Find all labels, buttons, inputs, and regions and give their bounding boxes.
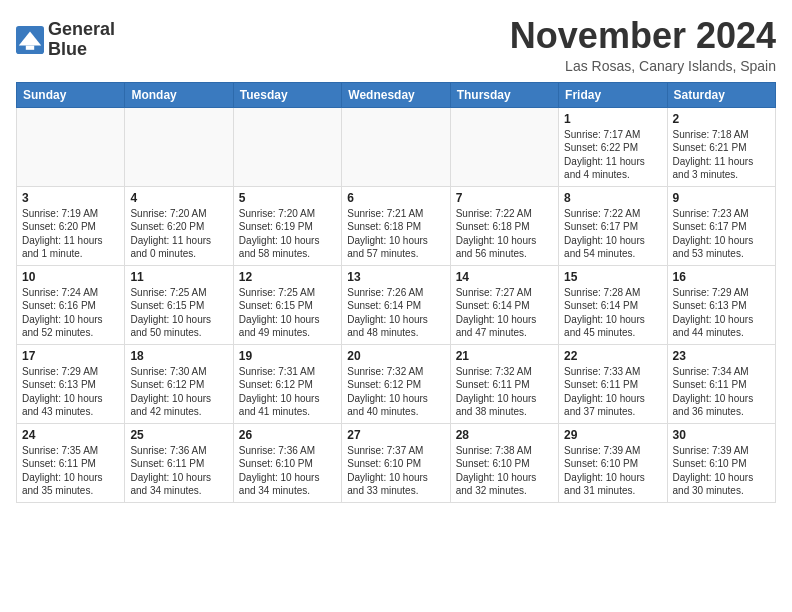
calendar-cell: 22Sunrise: 7:33 AMSunset: 6:11 PMDayligh… xyxy=(559,344,667,423)
page-header: General Blue November 2024 Las Rosas, Ca… xyxy=(16,16,776,74)
day-info: Sunrise: 7:20 AMSunset: 6:19 PMDaylight:… xyxy=(239,207,336,261)
day-number: 30 xyxy=(673,428,770,442)
day-info: Sunrise: 7:25 AMSunset: 6:15 PMDaylight:… xyxy=(239,286,336,340)
calendar-week-row: 3Sunrise: 7:19 AMSunset: 6:20 PMDaylight… xyxy=(17,186,776,265)
calendar-cell: 4Sunrise: 7:20 AMSunset: 6:20 PMDaylight… xyxy=(125,186,233,265)
day-info: Sunrise: 7:25 AMSunset: 6:15 PMDaylight:… xyxy=(130,286,227,340)
day-number: 2 xyxy=(673,112,770,126)
day-info: Sunrise: 7:22 AMSunset: 6:18 PMDaylight:… xyxy=(456,207,553,261)
day-info: Sunrise: 7:19 AMSunset: 6:20 PMDaylight:… xyxy=(22,207,119,261)
calendar-cell: 10Sunrise: 7:24 AMSunset: 6:16 PMDayligh… xyxy=(17,265,125,344)
day-header-thursday: Thursday xyxy=(450,82,558,107)
day-header-sunday: Sunday xyxy=(17,82,125,107)
day-info: Sunrise: 7:34 AMSunset: 6:11 PMDaylight:… xyxy=(673,365,770,419)
day-number: 20 xyxy=(347,349,444,363)
calendar-cell xyxy=(233,107,341,186)
day-number: 15 xyxy=(564,270,661,284)
day-info: Sunrise: 7:27 AMSunset: 6:14 PMDaylight:… xyxy=(456,286,553,340)
day-number: 11 xyxy=(130,270,227,284)
day-info: Sunrise: 7:18 AMSunset: 6:21 PMDaylight:… xyxy=(673,128,770,182)
day-number: 7 xyxy=(456,191,553,205)
day-number: 22 xyxy=(564,349,661,363)
calendar-cell: 27Sunrise: 7:37 AMSunset: 6:10 PMDayligh… xyxy=(342,423,450,502)
day-number: 19 xyxy=(239,349,336,363)
day-number: 3 xyxy=(22,191,119,205)
day-info: Sunrise: 7:28 AMSunset: 6:14 PMDaylight:… xyxy=(564,286,661,340)
calendar-cell: 24Sunrise: 7:35 AMSunset: 6:11 PMDayligh… xyxy=(17,423,125,502)
day-info: Sunrise: 7:36 AMSunset: 6:11 PMDaylight:… xyxy=(130,444,227,498)
day-number: 4 xyxy=(130,191,227,205)
day-info: Sunrise: 7:22 AMSunset: 6:17 PMDaylight:… xyxy=(564,207,661,261)
calendar-cell: 1Sunrise: 7:17 AMSunset: 6:22 PMDaylight… xyxy=(559,107,667,186)
day-number: 5 xyxy=(239,191,336,205)
calendar-cell: 6Sunrise: 7:21 AMSunset: 6:18 PMDaylight… xyxy=(342,186,450,265)
month-title: November 2024 xyxy=(510,16,776,56)
logo: General Blue xyxy=(16,20,115,60)
calendar-cell: 2Sunrise: 7:18 AMSunset: 6:21 PMDaylight… xyxy=(667,107,775,186)
calendar-cell: 28Sunrise: 7:38 AMSunset: 6:10 PMDayligh… xyxy=(450,423,558,502)
day-info: Sunrise: 7:26 AMSunset: 6:14 PMDaylight:… xyxy=(347,286,444,340)
day-number: 16 xyxy=(673,270,770,284)
day-info: Sunrise: 7:23 AMSunset: 6:17 PMDaylight:… xyxy=(673,207,770,261)
calendar-cell: 7Sunrise: 7:22 AMSunset: 6:18 PMDaylight… xyxy=(450,186,558,265)
day-header-friday: Friday xyxy=(559,82,667,107)
calendar-cell: 19Sunrise: 7:31 AMSunset: 6:12 PMDayligh… xyxy=(233,344,341,423)
day-number: 26 xyxy=(239,428,336,442)
day-number: 23 xyxy=(673,349,770,363)
calendar-cell xyxy=(125,107,233,186)
day-info: Sunrise: 7:33 AMSunset: 6:11 PMDaylight:… xyxy=(564,365,661,419)
day-number: 14 xyxy=(456,270,553,284)
location: Las Rosas, Canary Islands, Spain xyxy=(510,58,776,74)
day-header-tuesday: Tuesday xyxy=(233,82,341,107)
calendar-cell: 3Sunrise: 7:19 AMSunset: 6:20 PMDaylight… xyxy=(17,186,125,265)
day-info: Sunrise: 7:29 AMSunset: 6:13 PMDaylight:… xyxy=(22,365,119,419)
day-number: 6 xyxy=(347,191,444,205)
calendar-cell: 9Sunrise: 7:23 AMSunset: 6:17 PMDaylight… xyxy=(667,186,775,265)
day-header-saturday: Saturday xyxy=(667,82,775,107)
calendar-cell: 23Sunrise: 7:34 AMSunset: 6:11 PMDayligh… xyxy=(667,344,775,423)
day-number: 12 xyxy=(239,270,336,284)
day-number: 18 xyxy=(130,349,227,363)
calendar-cell: 26Sunrise: 7:36 AMSunset: 6:10 PMDayligh… xyxy=(233,423,341,502)
day-number: 27 xyxy=(347,428,444,442)
calendar-cell: 16Sunrise: 7:29 AMSunset: 6:13 PMDayligh… xyxy=(667,265,775,344)
day-number: 24 xyxy=(22,428,119,442)
day-info: Sunrise: 7:21 AMSunset: 6:18 PMDaylight:… xyxy=(347,207,444,261)
day-info: Sunrise: 7:38 AMSunset: 6:10 PMDaylight:… xyxy=(456,444,553,498)
calendar-cell: 12Sunrise: 7:25 AMSunset: 6:15 PMDayligh… xyxy=(233,265,341,344)
calendar-cell: 18Sunrise: 7:30 AMSunset: 6:12 PMDayligh… xyxy=(125,344,233,423)
day-header-monday: Monday xyxy=(125,82,233,107)
calendar-cell: 13Sunrise: 7:26 AMSunset: 6:14 PMDayligh… xyxy=(342,265,450,344)
day-info: Sunrise: 7:29 AMSunset: 6:13 PMDaylight:… xyxy=(673,286,770,340)
day-info: Sunrise: 7:32 AMSunset: 6:12 PMDaylight:… xyxy=(347,365,444,419)
day-number: 9 xyxy=(673,191,770,205)
calendar-cell xyxy=(17,107,125,186)
day-number: 17 xyxy=(22,349,119,363)
day-number: 28 xyxy=(456,428,553,442)
day-number: 1 xyxy=(564,112,661,126)
calendar-cell xyxy=(450,107,558,186)
day-info: Sunrise: 7:30 AMSunset: 6:12 PMDaylight:… xyxy=(130,365,227,419)
day-info: Sunrise: 7:36 AMSunset: 6:10 PMDaylight:… xyxy=(239,444,336,498)
day-info: Sunrise: 7:24 AMSunset: 6:16 PMDaylight:… xyxy=(22,286,119,340)
calendar-cell xyxy=(342,107,450,186)
calendar-week-row: 17Sunrise: 7:29 AMSunset: 6:13 PMDayligh… xyxy=(17,344,776,423)
calendar-cell: 11Sunrise: 7:25 AMSunset: 6:15 PMDayligh… xyxy=(125,265,233,344)
calendar-cell: 29Sunrise: 7:39 AMSunset: 6:10 PMDayligh… xyxy=(559,423,667,502)
calendar-cell: 8Sunrise: 7:22 AMSunset: 6:17 PMDaylight… xyxy=(559,186,667,265)
calendar-cell: 15Sunrise: 7:28 AMSunset: 6:14 PMDayligh… xyxy=(559,265,667,344)
calendar-week-row: 24Sunrise: 7:35 AMSunset: 6:11 PMDayligh… xyxy=(17,423,776,502)
calendar-table: SundayMondayTuesdayWednesdayThursdayFrid… xyxy=(16,82,776,503)
day-info: Sunrise: 7:39 AMSunset: 6:10 PMDaylight:… xyxy=(673,444,770,498)
calendar-week-row: 10Sunrise: 7:24 AMSunset: 6:16 PMDayligh… xyxy=(17,265,776,344)
day-info: Sunrise: 7:20 AMSunset: 6:20 PMDaylight:… xyxy=(130,207,227,261)
day-info: Sunrise: 7:37 AMSunset: 6:10 PMDaylight:… xyxy=(347,444,444,498)
day-number: 25 xyxy=(130,428,227,442)
day-number: 21 xyxy=(456,349,553,363)
day-number: 13 xyxy=(347,270,444,284)
day-number: 8 xyxy=(564,191,661,205)
calendar-header-row: SundayMondayTuesdayWednesdayThursdayFrid… xyxy=(17,82,776,107)
logo-text: General Blue xyxy=(48,20,115,60)
calendar-cell: 21Sunrise: 7:32 AMSunset: 6:11 PMDayligh… xyxy=(450,344,558,423)
logo-icon xyxy=(16,26,44,54)
